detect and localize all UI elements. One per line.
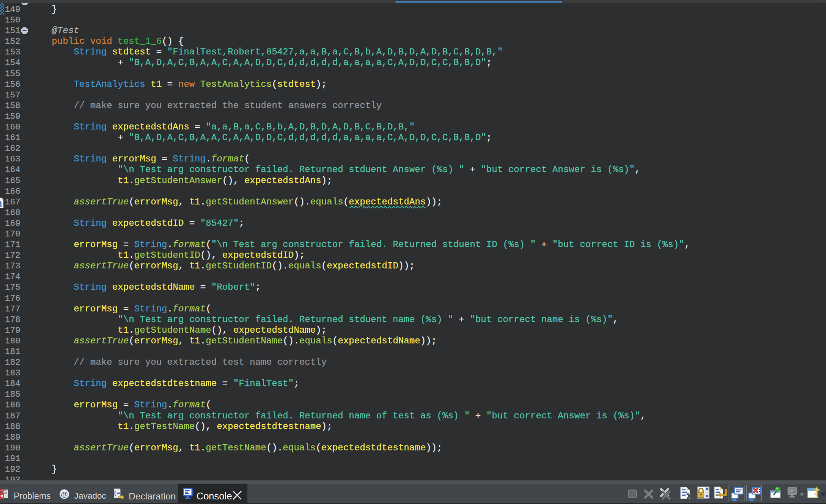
svg-text:i: i: [0, 199, 2, 207]
svg-text:(=: (=: [113, 490, 120, 497]
svg-text:@: @: [61, 490, 68, 498]
